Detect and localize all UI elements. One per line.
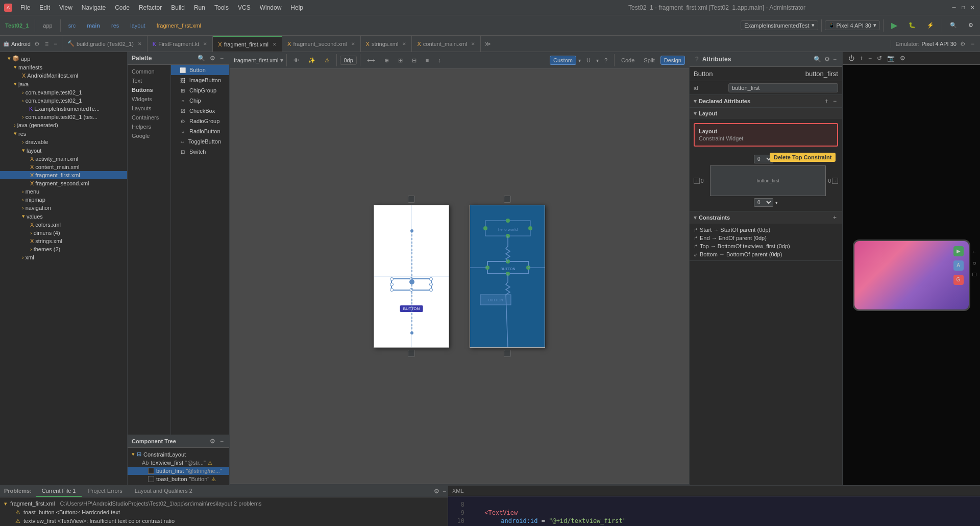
emulator-settings[interactable]: ⚙ bbox=[959, 40, 967, 48]
menu-navigate[interactable]: Navigate bbox=[78, 3, 110, 12]
run-button[interactable]: ▶ bbox=[887, 18, 902, 32]
emu-back[interactable]: ← bbox=[970, 248, 979, 256]
palette-cat-helpers[interactable]: Helpers bbox=[128, 122, 170, 131]
search-everywhere-button[interactable]: 🔍 bbox=[945, 20, 962, 31]
tree-item-menu[interactable]: › menu bbox=[0, 187, 127, 196]
attr-settings-button[interactable]: ⚙ bbox=[823, 55, 831, 63]
toast-button-design[interactable]: BUTTON bbox=[400, 305, 423, 312]
emu-rotate[interactable]: ↺ bbox=[875, 54, 884, 62]
tab-build-gradle[interactable]: 🔨 build.gradle (Test02_1) ✕ bbox=[62, 36, 148, 52]
design-warning-button[interactable]: ⚠ bbox=[321, 56, 333, 65]
debug-button[interactable]: 🐛 bbox=[904, 20, 920, 31]
menu-file[interactable]: File bbox=[16, 3, 34, 12]
help-button[interactable]: ? bbox=[601, 56, 611, 65]
layout-label[interactable]: layout bbox=[126, 20, 150, 31]
tab-fragment-second-xml[interactable]: X fragment_second.xml ✕ bbox=[282, 36, 361, 52]
handle-tl[interactable] bbox=[390, 277, 394, 281]
emu-volume-down[interactable]: − bbox=[867, 54, 873, 62]
more-tabs-button[interactable]: ≫ bbox=[483, 40, 493, 48]
tree-item-fragment-second[interactable]: X fragment_second.xml bbox=[0, 179, 127, 187]
design-chain-button[interactable]: ⊟ bbox=[408, 56, 420, 65]
palette-cat-containers[interactable]: Containers bbox=[128, 113, 170, 122]
palette-item-radiogroup[interactable]: ⊙ RadioGroup bbox=[171, 116, 229, 126]
palette-item-button[interactable]: ⬜ Button bbox=[171, 65, 229, 75]
design-canvas[interactable]: BUTTON bbox=[230, 69, 689, 484]
menu-edit[interactable]: Edit bbox=[35, 3, 54, 12]
constraints-add-button[interactable]: + bbox=[831, 213, 838, 222]
palette-cat-buttons[interactable]: Buttons bbox=[128, 85, 170, 94]
tree-item-drawable[interactable]: › drawable bbox=[0, 138, 127, 146]
constraint-bottom-select[interactable]: 0 8 16 bbox=[754, 198, 773, 207]
problems-tab-project[interactable]: Project Errors bbox=[82, 486, 128, 497]
tree-item-navigation[interactable]: › navigation bbox=[0, 204, 127, 212]
project-view-options[interactable]: ⚙ bbox=[33, 40, 41, 48]
palette-cat-text[interactable]: Text bbox=[128, 76, 170, 85]
tree-item-strings[interactable]: X strings.xml bbox=[0, 237, 127, 245]
tab-content-close[interactable]: ✕ bbox=[471, 41, 475, 46]
comp-tree-toast-button[interactable]: toast_button "Button" ⚠ bbox=[128, 475, 229, 483]
tree-item-pkg2[interactable]: › com.example.test02_1 bbox=[0, 97, 127, 105]
emu-recent[interactable]: □ bbox=[970, 270, 979, 278]
attr-close-button[interactable]: − bbox=[831, 55, 838, 63]
handle-tr[interactable] bbox=[429, 277, 433, 281]
problems-settings[interactable]: ⚙ bbox=[432, 486, 441, 497]
comp-tree-close-button[interactable]: − bbox=[218, 437, 225, 445]
menu-vcs[interactable]: VCS bbox=[234, 3, 255, 12]
main-label[interactable]: main bbox=[82, 20, 105, 31]
src-label[interactable]: src bbox=[64, 20, 81, 31]
problem-item-2[interactable]: ⚠ textview_first <TextView>: Insufficien… bbox=[2, 517, 446, 525]
run-config-selector[interactable]: ExampleInstrumentedTest ▾ bbox=[741, 20, 818, 30]
handle-left[interactable] bbox=[390, 282, 394, 286]
tree-item-manifest-file[interactable]: X AndroidManifest.xml bbox=[0, 71, 127, 80]
palette-cat-layouts[interactable]: Layouts bbox=[128, 104, 170, 113]
design-eye-button[interactable]: 👁 bbox=[290, 56, 303, 65]
handle-bl[interactable] bbox=[390, 288, 394, 292]
handle-right[interactable] bbox=[429, 282, 433, 286]
design-align-button[interactable]: ≡ bbox=[422, 56, 432, 65]
blueprint-phone-mockup[interactable]: hello world bbox=[470, 205, 545, 348]
problem-item-1[interactable]: ⚠ toast_button <Button>: Hardcoded text bbox=[2, 508, 446, 517]
design-magnet-button[interactable]: ⊕ bbox=[381, 56, 393, 65]
comp-tree-constraint-layout[interactable]: ▾ ⊞ ConstraintLayout bbox=[128, 450, 229, 459]
tab-xml-close[interactable]: ✕ bbox=[273, 42, 277, 47]
emu-power-button[interactable]: ⏻ bbox=[847, 54, 856, 62]
tree-item-mipmap[interactable]: › mipmap bbox=[0, 196, 127, 204]
device-selector[interactable]: 📱 Pixel 4 API 30 ▾ bbox=[825, 20, 880, 30]
tree-item-activity-main[interactable]: X activity_main.xml bbox=[0, 155, 127, 163]
menu-tools[interactable]: Tools bbox=[210, 3, 233, 12]
problems-tab-layout[interactable]: Layout and Qualifiers 2 bbox=[129, 486, 199, 497]
project-view-collapse[interactable]: ≡ bbox=[43, 40, 50, 48]
design-connect-button[interactable]: ⟷ bbox=[363, 56, 379, 65]
custom-view-button[interactable]: Custom bbox=[550, 56, 576, 65]
attr-help-button[interactable]: ? bbox=[694, 55, 700, 63]
tree-item-app[interactable]: ▾ 📦 app bbox=[0, 54, 127, 63]
tab-content-main-xml[interactable]: X content_main.xml ✕ bbox=[412, 36, 481, 52]
profile-button[interactable]: ⚡ bbox=[922, 20, 939, 31]
tree-item-manifests[interactable]: ▾ manifests bbox=[0, 63, 127, 71]
tree-item-java[interactable]: ▾ java bbox=[0, 80, 127, 88]
id-field-input[interactable] bbox=[728, 83, 838, 92]
code-view-button[interactable]: Code bbox=[618, 56, 638, 65]
tree-item-java-generated[interactable]: › java (generated) bbox=[0, 121, 127, 129]
design-margin-button[interactable]: ↕ bbox=[434, 56, 445, 65]
attr-search-button[interactable]: 🔍 bbox=[812, 55, 823, 63]
palette-cat-google[interactable]: Google bbox=[128, 131, 170, 140]
palette-item-checkbox[interactable]: ☑ CheckBox bbox=[171, 106, 229, 116]
declared-attributes-header[interactable]: ▾ Declared Attributes + − bbox=[690, 95, 842, 107]
tree-item-pkg3[interactable]: › com.example.test02_1 (tes... bbox=[0, 113, 127, 121]
handle-top[interactable] bbox=[410, 277, 413, 281]
file-label[interactable]: fragment_first.xml bbox=[152, 20, 206, 31]
declared-attr-close-button[interactable]: − bbox=[831, 97, 838, 105]
tree-item-instrumented[interactable]: K ExampleInstrumentedTe... bbox=[0, 105, 127, 113]
menu-help[interactable]: Help bbox=[286, 3, 307, 12]
tree-item-content-main[interactable]: X content_main.xml bbox=[0, 163, 127, 171]
design-view-button[interactable]: Design bbox=[660, 56, 685, 65]
problems-tab-current[interactable]: Current File 1 bbox=[36, 486, 82, 497]
declared-attr-add-button[interactable]: + bbox=[823, 97, 830, 105]
settings-button[interactable]: ⚙ bbox=[964, 20, 978, 31]
emu-settings[interactable]: ⚙ bbox=[898, 54, 907, 62]
tree-item-layout[interactable]: ▾ layout bbox=[0, 146, 127, 155]
tab-strings-xml[interactable]: X strings.xml ✕ bbox=[361, 36, 412, 52]
palette-cat-common[interactable]: Common bbox=[128, 67, 170, 76]
palette-item-switch[interactable]: ⊡ Switch bbox=[171, 147, 229, 157]
